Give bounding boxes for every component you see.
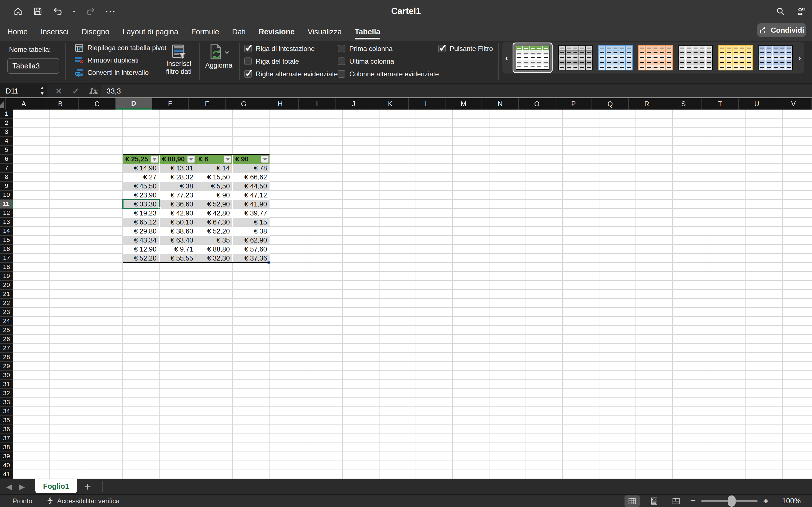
row-header-2[interactable]: 2 xyxy=(0,119,13,128)
menu-item-pivot[interactable]: Riepiloga con tabella pivot xyxy=(74,43,166,53)
table-style-stile-arancione[interactable] xyxy=(638,45,673,70)
table-style-stile-azzurro[interactable] xyxy=(598,45,633,70)
search-icon[interactable] xyxy=(775,6,786,17)
sheet-tab-foglio1[interactable]: Foglio1 xyxy=(35,479,77,493)
table-cell[interactable]: € 77,23 xyxy=(160,191,196,200)
table-cell[interactable]: € 43,34 xyxy=(123,236,160,245)
checkbox-righe-alternate-evidenziate[interactable]: ✓Righe alternate evidenziate xyxy=(244,68,338,80)
confirm-entry-icon[interactable]: ✓ xyxy=(72,84,79,98)
table-cell[interactable]: € 5,50 xyxy=(196,182,233,191)
row-header-32[interactable]: 32 xyxy=(0,389,13,398)
gallery-scroll-left-icon[interactable]: ‹ xyxy=(505,42,508,73)
name-box[interactable]: D11 ▲▼ xyxy=(0,84,47,98)
table-cell[interactable]: € 38 xyxy=(233,227,269,236)
row-header-14[interactable]: 14 xyxy=(0,227,13,236)
column-header-L[interactable]: L xyxy=(409,98,446,110)
gallery-scroll-right-icon[interactable]: › xyxy=(798,42,801,73)
tab-revisione[interactable]: Revisione xyxy=(259,22,295,41)
row-header-21[interactable]: 21 xyxy=(0,290,13,299)
column-header-I[interactable]: I xyxy=(299,98,336,110)
column-header-C[interactable]: C xyxy=(79,98,116,110)
row-header-9[interactable]: 9 xyxy=(0,182,13,191)
row-header-13[interactable]: 13 xyxy=(0,218,13,227)
zoom-out-button[interactable]: − xyxy=(691,496,696,506)
column-header-M[interactable]: M xyxy=(446,98,482,110)
row-header-17[interactable]: 17 xyxy=(0,254,13,263)
table-cell[interactable]: € 52,90 xyxy=(196,200,233,209)
row-header-41[interactable]: 41 xyxy=(0,470,13,479)
table-cell[interactable]: € 50,10 xyxy=(160,218,196,227)
filter-dropdown-button[interactable] xyxy=(261,156,269,163)
table-cell[interactable]: € 47,12 xyxy=(233,191,269,200)
table-cell[interactable]: € 32,30 xyxy=(196,254,233,263)
table-style-stile-blu[interactable] xyxy=(758,45,793,70)
row-header-8[interactable]: 8 xyxy=(0,173,13,182)
table-cell[interactable]: € 12,90 xyxy=(123,245,160,254)
row-header-27[interactable]: 27 xyxy=(0,344,13,353)
menu-item-remove-duplicates[interactable]: Rimuovi duplicati xyxy=(74,55,139,65)
row-header-28[interactable]: 28 xyxy=(0,353,13,362)
row-header-39[interactable]: 39 xyxy=(0,452,13,461)
row-header-6[interactable]: 6 xyxy=(0,155,13,164)
filter-dropdown-button[interactable] xyxy=(187,156,195,163)
table-cell[interactable]: € 88,80 xyxy=(196,245,233,254)
filter-dropdown-button[interactable] xyxy=(224,156,232,163)
table-cell[interactable]: € 29,80 xyxy=(123,227,160,236)
table-cell[interactable]: € 52,20 xyxy=(196,227,233,236)
table-style-stile-grigio-scuro[interactable] xyxy=(558,45,593,70)
sheet-nav-right-icon[interactable]: ▶ xyxy=(19,483,25,491)
share-button[interactable]: Condividi xyxy=(757,23,806,37)
table-cell[interactable]: € 57,60 xyxy=(233,245,269,254)
add-sheet-button[interactable]: + xyxy=(85,479,91,494)
tab-visualizza[interactable]: Visualizza xyxy=(308,22,342,41)
row-header-18[interactable]: 18 xyxy=(0,263,13,272)
table-header-cell[interactable]: € 25,25 xyxy=(123,155,160,164)
row-header-1[interactable]: 1 xyxy=(0,110,13,119)
people-share-icon[interactable] xyxy=(796,6,807,17)
table-cell[interactable]: € 44,50 xyxy=(233,182,269,191)
tab-layout-di-pagina[interactable]: Layout di pagina xyxy=(122,22,178,41)
select-all-corner[interactable] xyxy=(0,98,6,110)
table-cell[interactable]: € 23,90 xyxy=(123,191,160,200)
row-header-33[interactable]: 33 xyxy=(0,398,13,407)
zoom-in-button[interactable]: + xyxy=(763,496,769,506)
menu-item-convert-range[interactable]: Converti in intervallo xyxy=(74,68,149,78)
table-cell[interactable]: € 37,36 xyxy=(233,254,269,263)
zoom-slider-thumb[interactable] xyxy=(728,496,735,507)
tab-tabella[interactable]: Tabella xyxy=(355,22,380,41)
row-header-7[interactable]: 7 xyxy=(0,164,13,173)
table-cell[interactable]: € 28,32 xyxy=(160,173,196,182)
column-header-A[interactable]: A xyxy=(6,98,42,110)
checkbox-ultima-colonna[interactable]: Ultima colonna xyxy=(338,55,439,68)
row-header-15[interactable]: 15 xyxy=(0,236,13,245)
row-header-25[interactable]: 25 xyxy=(0,326,13,335)
row-header-20[interactable]: 20 xyxy=(0,281,13,290)
column-header-S[interactable]: S xyxy=(665,98,702,110)
table-cell[interactable]: € 62,90 xyxy=(233,236,269,245)
table-cell[interactable]: € 19,23 xyxy=(123,209,160,218)
table-cell[interactable]: € 52,20 xyxy=(123,254,160,263)
row-header-30[interactable]: 30 xyxy=(0,371,13,380)
tab-formule[interactable]: Formule xyxy=(191,22,219,41)
table-style-stile-verde[interactable] xyxy=(516,46,550,70)
formula-input[interactable]: 33,3 xyxy=(101,84,812,98)
tab-disegno[interactable]: Disegno xyxy=(82,22,109,41)
column-header-V[interactable]: V xyxy=(775,98,812,110)
checkbox-prima-colonna[interactable]: Prima colonna xyxy=(338,42,439,55)
table-cell[interactable]: € 36,60 xyxy=(160,200,196,209)
checkbox-riga-di-intestazione[interactable]: ✓Riga di intestazione xyxy=(244,42,338,55)
column-header-B[interactable]: B xyxy=(42,98,79,110)
table-cell[interactable]: € 45,50 xyxy=(123,182,160,191)
row-header-23[interactable]: 23 xyxy=(0,308,13,317)
table-style-stile-giallo[interactable] xyxy=(718,45,753,70)
table-cell[interactable]: € 14,90 xyxy=(123,164,160,173)
tab-inserisci[interactable]: Inserisci xyxy=(41,22,68,41)
row-header-22[interactable]: 22 xyxy=(0,299,13,308)
row-header-34[interactable]: 34 xyxy=(0,407,13,416)
table-cell[interactable]: € 35 xyxy=(196,236,233,245)
view-page-layout-button[interactable] xyxy=(647,496,662,507)
table-cell[interactable]: € 66,62 xyxy=(233,173,269,182)
refresh-button[interactable]: Aggiorna xyxy=(201,43,237,69)
column-header-U[interactable]: U xyxy=(739,98,775,110)
table-header-cell[interactable]: € 90 xyxy=(233,155,269,164)
